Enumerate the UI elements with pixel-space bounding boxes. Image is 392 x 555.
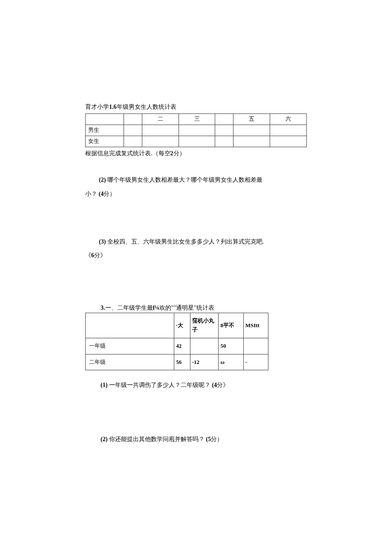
instruction-text: 根据信息完成复式统计表.（每空2分）	[85, 149, 307, 158]
s3-q2-score: (5	[206, 436, 211, 442]
s3-q2-num: (2)	[101, 436, 107, 442]
q2-line2: 小？	[85, 191, 99, 197]
inst-bold: 2	[170, 150, 173, 157]
cell	[270, 136, 307, 147]
q3-line2: 《	[85, 252, 91, 259]
section3-title: 3.一、二年级学生最f⅛欢的"″通明星″统计表	[85, 303, 307, 313]
q2-text: 哪个年级男女生人数相差最大？哪个年级男女生人数相差最	[106, 177, 262, 183]
cell	[190, 338, 219, 354]
table-row: 一年级 42 50	[86, 338, 268, 354]
row-label-girls: 女生	[86, 136, 124, 147]
cell	[179, 125, 215, 136]
title-suffix: 年级男女生人数统计表	[117, 104, 176, 110]
q3-text: 全校四、五、六年级男生比女生多多少人？列出算式完克吧.	[106, 238, 264, 245]
cell	[243, 338, 268, 354]
th-2: 二	[142, 114, 179, 125]
q2-score-suffix: 分）	[104, 191, 115, 197]
cell	[270, 125, 307, 136]
s3-mid: 欢的"″通明星″统计表	[159, 305, 214, 311]
row-grade1: 一年级	[86, 338, 174, 354]
cell: -	[243, 354, 268, 370]
q2-score: (4	[99, 191, 104, 197]
question-2-cont: 小？ (4分）	[85, 189, 307, 199]
th-1	[124, 114, 142, 125]
th-3: 三	[179, 114, 215, 125]
table-grades-gender: 二 三 五 六 男生 女生	[85, 113, 307, 147]
inst-suffix: 分）	[173, 150, 185, 157]
inst-text: 根据信息完成复式统计表.（每空	[85, 150, 170, 157]
th-col1: ·大	[174, 313, 190, 338]
cell	[142, 125, 179, 136]
s3-q2-text: 你还能提出其他数学问庖并解答吗？	[107, 436, 206, 442]
th-blank	[86, 313, 174, 338]
cell	[124, 125, 142, 136]
q3-score-suffix: 分》	[94, 252, 106, 259]
s3-q1-score: (4	[212, 382, 217, 388]
table-row: 男生	[86, 125, 307, 136]
cell	[124, 136, 142, 147]
section3-q1: (1) 一年级一共调伤了多少人？二年级呢？ (4分》	[85, 381, 307, 390]
section3-q2: (2) 你还能提出其他数学问庖并解答吗？ (5分）	[85, 435, 307, 444]
title-prefix: 育才小学	[85, 104, 109, 110]
cell: 42	[174, 338, 190, 354]
s3-bold1: f⅛	[153, 305, 159, 311]
th-blank	[86, 114, 124, 125]
cell	[215, 136, 233, 147]
cell	[215, 125, 233, 136]
th-col3: 8平不	[219, 313, 243, 338]
row-grade2: 二年级	[86, 354, 174, 370]
th-col4: MSItt	[243, 313, 268, 338]
q3-score: 6	[91, 252, 94, 259]
s3-q1-suffix: 分》	[217, 382, 229, 388]
table-header-row: ·大 窪机小丸子 8平不 MSItt	[86, 313, 268, 338]
cell	[179, 136, 215, 147]
cell: -12	[190, 354, 219, 370]
th-4	[215, 114, 233, 125]
question-3: (3) 全校四、五、六年级男生比女生多多少人？列出算式完克吧.	[85, 237, 307, 247]
table1-title: 育才小学1.6年级男女生人数统计表	[85, 102, 307, 112]
title-bold: 1.6	[109, 104, 117, 110]
question-2: (2) 哪个年级男女生人数相差最大？哪个年级男女生人数相差最	[85, 175, 307, 185]
table-cartoon-stars: ·大 窪机小丸子 8平不 MSItt 一年级 42 50 二年级 56 -12 …	[85, 313, 268, 370]
cell	[233, 136, 270, 147]
cell	[233, 125, 270, 136]
s3-num: 3.	[101, 305, 105, 311]
s3-q1-num: (1)	[101, 382, 107, 388]
th-6: 六	[270, 114, 307, 125]
table-row: 女生	[86, 136, 307, 147]
s3-text: 一、二年级学生最	[105, 305, 153, 311]
q2-num: (2)	[99, 177, 106, 183]
s3-q2-suffix: 分）	[211, 436, 223, 442]
table-header-row: 二 三 五 六	[86, 114, 307, 125]
cell: 56	[174, 354, 190, 370]
s3-q1-text: 一年级一共调伤了多少人？二年级呢？	[107, 382, 212, 388]
th-col2: 窪机小丸子	[190, 313, 219, 338]
table-row: 二年级 56 -12 ω -	[86, 354, 268, 370]
cell	[142, 136, 179, 147]
cell: 50	[219, 338, 243, 354]
cell: ω	[219, 354, 243, 370]
th-5: 五	[233, 114, 270, 125]
row-label-boys: 男生	[86, 125, 124, 136]
question-3-cont: 《6分》	[85, 251, 307, 260]
q3-num: (3)	[99, 238, 106, 245]
